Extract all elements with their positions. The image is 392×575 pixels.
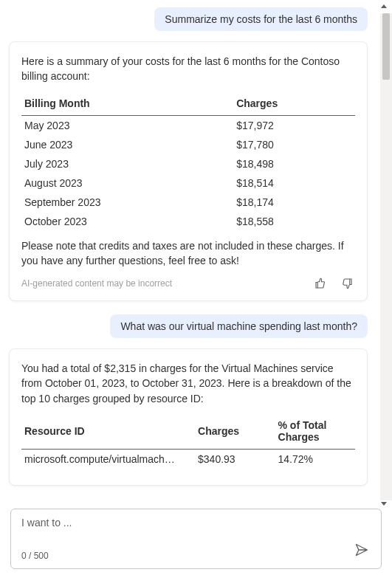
chat-input-bar: 0 / 500: [10, 509, 382, 569]
scrollbar-thumb[interactable]: [382, 13, 390, 80]
thumbs-down-button[interactable]: [339, 275, 355, 292]
send-button[interactable]: [353, 541, 371, 561]
table-row: August 2023$18,514: [21, 173, 355, 193]
user-message: Summarize my costs for the last 6 months: [154, 7, 368, 31]
cell-charges: $18,558: [233, 212, 355, 231]
ai-response-card: Here is a summary of your costs for the …: [9, 41, 368, 301]
thumbs-down-icon: [340, 277, 354, 290]
cell-charges: $18,174: [233, 193, 355, 212]
scrollbar-track[interactable]: [380, 13, 392, 500]
ai-disclaimer: AI-generated content may be incorrect: [21, 278, 172, 289]
scroll-down-icon[interactable]: [380, 500, 388, 507]
cell-charges: $17,972: [233, 115, 355, 135]
col-resource-id: Resource ID: [21, 415, 195, 450]
table-row: May 2023$17,972: [21, 115, 355, 135]
cell-month: May 2023: [21, 115, 233, 135]
cost-summary-table: Billing Month Charges May 2023$17,972 Ju…: [21, 93, 355, 231]
cell-month: July 2023: [21, 154, 233, 173]
vm-breakdown-table: Resource ID Charges % of Total Charges m…: [21, 415, 355, 469]
table-row: September 2023$18,174: [21, 193, 355, 212]
col-charges: Charges: [195, 415, 275, 450]
col-pct-total: % of Total Charges: [275, 415, 355, 450]
send-icon: [354, 543, 369, 557]
char-counter: 0 / 500: [21, 551, 49, 561]
cell-resource: microsoft.compute/virtualmach…: [21, 450, 195, 469]
cell-pct: 14.72%: [275, 450, 355, 469]
ai-response-card: You had a total of $2,315 in charges for…: [9, 348, 368, 486]
scroll-up-icon[interactable]: [380, 3, 388, 10]
cell-charges: $18,514: [233, 173, 355, 193]
cell-month: June 2023: [21, 135, 233, 154]
cell-charges: $17,780: [233, 135, 355, 154]
table-row: microsoft.compute/virtualmach… $340.93 1…: [21, 450, 355, 469]
table-row: October 2023$18,558: [21, 212, 355, 231]
thumbs-up-icon: [314, 277, 327, 290]
chat-input[interactable]: [21, 517, 371, 528]
ai-intro-text: You had a total of $2,315 in charges for…: [21, 361, 355, 406]
col-charges: Charges: [233, 93, 355, 116]
thumbs-up-button[interactable]: [312, 275, 329, 292]
cell-month: August 2023: [21, 173, 233, 193]
chat-scroll-area[interactable]: Summarize my costs for the last 6 months…: [0, 0, 376, 504]
ai-note-text: Please note that credits and taxes are n…: [21, 238, 355, 269]
cell-charges: $18,498: [233, 154, 355, 173]
cell-month: October 2023: [21, 212, 233, 231]
table-row: June 2023$17,780: [21, 135, 355, 154]
table-row: July 2023$18,498: [21, 154, 355, 173]
col-billing-month: Billing Month: [21, 93, 233, 116]
user-message: What was our virtual machine spending la…: [110, 314, 368, 338]
cell-charges: $340.93: [195, 450, 275, 469]
cell-month: September 2023: [21, 193, 233, 212]
ai-intro-text: Here is a summary of your costs for the …: [21, 54, 355, 84]
